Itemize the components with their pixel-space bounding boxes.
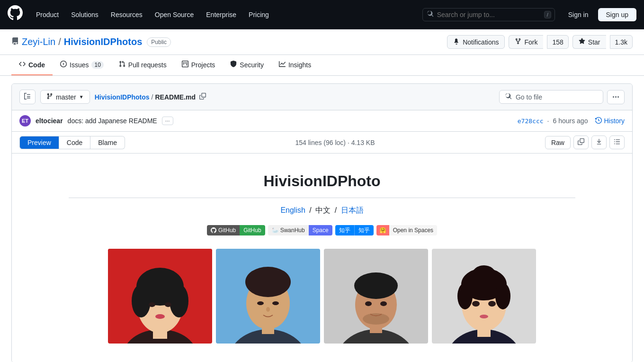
commit-bar: ET eltociear docs: add Japanese README ·…	[12, 110, 632, 132]
lang-japanese-link[interactable]: 日本語	[341, 206, 364, 214]
commit-author[interactable]: eltociear	[36, 117, 63, 125]
lang-english-link[interactable]: English	[280, 206, 305, 214]
nav-open-source[interactable]: Open Source	[149, 7, 200, 22]
svg-point-23	[363, 313, 389, 325]
photo-female-light	[432, 249, 536, 344]
tab-issues[interactable]: Issues 10	[53, 55, 111, 75]
list-icon	[614, 139, 620, 146]
star-button[interactable]: Star	[572, 35, 606, 49]
search-wrapper: /	[422, 8, 555, 21]
history-link[interactable]: History	[595, 117, 625, 125]
github-badge-link[interactable]: GitHub GitHub	[207, 225, 265, 235]
commit-hash-link[interactable]: e728ccc	[518, 118, 544, 125]
github-badge-right: GitHub	[240, 225, 265, 235]
repo-name-link[interactable]: HivisionIDPhotos	[64, 36, 143, 47]
file-viewer-header: master ▼ HivisionIDPhotos / README.md	[12, 84, 632, 110]
blame-tab-button[interactable]: Blame	[90, 136, 125, 149]
repo-nav: Code Issues 10 Pull requests Projects Se…	[0, 55, 644, 76]
view-list-button[interactable]	[609, 136, 625, 149]
raw-button[interactable]: Raw	[545, 136, 571, 149]
svg-point-9	[155, 314, 165, 319]
copy-raw-button[interactable]	[573, 136, 589, 149]
repo-owner-link[interactable]: Zeyi-Lin	[22, 36, 55, 47]
more-actions-button[interactable]: ···	[607, 90, 625, 104]
branch-name: master	[56, 93, 76, 101]
goto-file-icon	[505, 93, 512, 101]
search-kbd: /	[544, 11, 551, 18]
zhihu-badge-link[interactable]: 知乎 知乎	[335, 225, 374, 235]
fork-count-button[interactable]: 158	[547, 35, 568, 49]
code-tab-icon	[19, 61, 26, 69]
breadcrumb-owner-link[interactable]: HivisionIDPhotos	[95, 93, 150, 101]
tab-insights-label: Insights	[288, 61, 311, 69]
repo-separator: /	[58, 36, 61, 47]
swanhub-badge-link[interactable]: 🦢SwanHub Space	[268, 225, 332, 235]
lang-sep2: /	[335, 206, 337, 214]
projects-tab-icon	[182, 61, 188, 69]
commit-expand-button[interactable]: ···	[162, 117, 173, 125]
github-badge-left: GitHub	[207, 225, 240, 235]
svg-point-31	[457, 283, 473, 309]
branch-chevron-icon: ▼	[79, 94, 84, 100]
branch-selector-button[interactable]: master ▼	[40, 90, 90, 104]
commit-time: 6 hours ago	[553, 117, 588, 125]
site-header: Product Solutions Resources Open Source …	[0, 0, 644, 29]
svg-point-7	[149, 302, 155, 307]
star-icon	[579, 38, 585, 46]
fork-button[interactable]: Fork	[509, 35, 543, 49]
tab-pr-label: Pull requests	[128, 61, 167, 69]
public-badge: Public	[147, 37, 171, 47]
svg-point-35	[488, 301, 496, 307]
file-meta: 154 lines (96 loc) · 4.13 KB	[295, 139, 375, 146]
avatar-text: ET	[22, 118, 28, 124]
code-tab-button[interactable]: Code	[59, 136, 90, 149]
download-icon	[596, 139, 602, 146]
notifications-button[interactable]: Notifications	[447, 35, 505, 49]
svg-point-36	[480, 315, 488, 318]
nav-enterprise[interactable]: Enterprise	[200, 7, 242, 22]
lang-sep1: /	[309, 206, 311, 214]
tab-code[interactable]: Code	[11, 55, 53, 75]
sign-in-button[interactable]: Sign in	[563, 8, 594, 21]
nav-solutions[interactable]: Solutions	[65, 7, 104, 22]
svg-point-15	[257, 301, 264, 305]
header-actions: Sign in Sign up	[563, 8, 636, 21]
download-button[interactable]	[591, 136, 607, 149]
github-logo-icon[interactable]	[8, 5, 23, 24]
svg-point-14	[245, 267, 291, 297]
issues-badge: 10	[91, 61, 103, 69]
copy-path-button[interactable]	[197, 92, 208, 102]
nav-pricing[interactable]: Pricing	[243, 7, 275, 22]
photos-grid	[40, 249, 604, 344]
star-label: Star	[588, 38, 600, 46]
repo-breadcrumb: Zeyi-Lin / HivisionIDPhotos Public	[11, 36, 171, 47]
nav-product[interactable]: Product	[30, 7, 64, 22]
file-action-buttons: Raw	[545, 136, 625, 149]
preview-tab-button[interactable]: Preview	[19, 136, 59, 149]
tab-security[interactable]: Security	[223, 55, 271, 75]
star-count-button[interactable]: 1.3k	[610, 35, 633, 49]
notifications-label: Notifications	[463, 38, 499, 46]
swanhub-badge-right: Space	[309, 225, 332, 235]
nav-resources[interactable]: Resources	[105, 7, 148, 22]
bell-icon	[453, 38, 460, 46]
tab-projects[interactable]: Projects	[174, 55, 223, 75]
search-input[interactable]	[422, 8, 555, 21]
breadcrumb-file: README.md	[155, 93, 196, 101]
sign-up-button[interactable]: Sign up	[598, 8, 636, 21]
tab-insights[interactable]: Insights	[271, 55, 319, 75]
copy-raw-icon	[578, 139, 584, 146]
spaces-badge-link[interactable]: 🤗 Open in Spaces	[376, 225, 437, 235]
breadcrumb-separator: /	[152, 93, 153, 101]
goto-file-button[interactable]: Go to file	[499, 90, 603, 104]
sidebar-toggle-button[interactable]	[19, 90, 36, 104]
svg-point-5	[132, 284, 151, 317]
history-icon	[595, 117, 602, 125]
repo-header: Zeyi-Lin / HivisionIDPhotos Public Notif…	[0, 29, 644, 55]
view-tabs: Preview Code Blame	[19, 136, 125, 149]
avatar: ET	[19, 115, 31, 127]
breadcrumb: HivisionIDPhotos / README.md	[95, 92, 208, 102]
tab-pull-requests[interactable]: Pull requests	[111, 55, 174, 75]
svg-point-32	[495, 283, 510, 309]
svg-point-8	[165, 302, 171, 307]
